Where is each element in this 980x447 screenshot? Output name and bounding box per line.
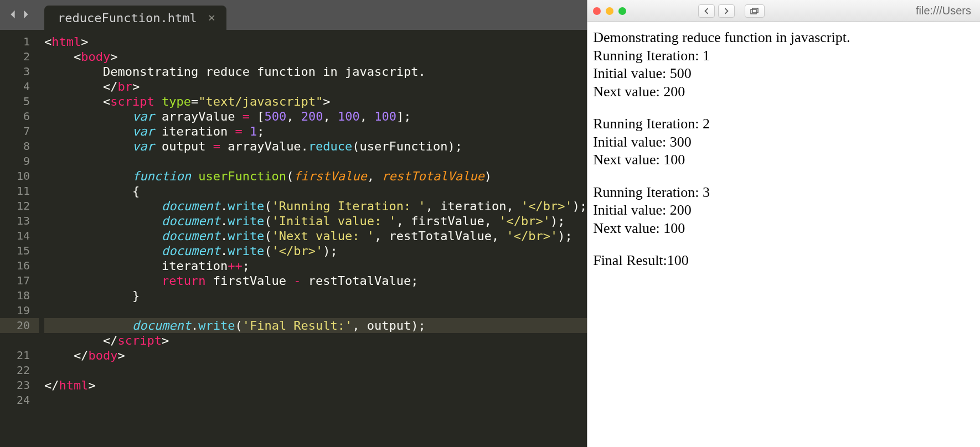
browser-back-button[interactable] xyxy=(698,4,715,18)
tab-title: reduceFunction.html xyxy=(58,11,197,25)
output-line: Initial value: 300 xyxy=(593,133,974,152)
editor-nav-arrows xyxy=(0,8,39,30)
code-area: 123456789101112131415161718192021222324 … xyxy=(0,30,587,447)
output-line: Next value: 200 xyxy=(593,83,974,101)
close-icon[interactable]: × xyxy=(208,12,215,24)
browser-tabs-button[interactable] xyxy=(745,4,765,18)
svg-rect-0 xyxy=(751,9,756,14)
output-heading: Demonstrating reduce function in javascr… xyxy=(593,29,974,47)
code-editor-pane: reduceFunction.html × 123456789101112131… xyxy=(0,0,587,447)
window-close-icon[interactable] xyxy=(593,7,601,15)
address-bar-fragment[interactable]: file:///Users xyxy=(770,4,974,17)
output-line: Running Iteration: 1 xyxy=(593,47,974,65)
output-line: Next value: 100 xyxy=(593,220,974,238)
browser-nav-buttons xyxy=(698,4,735,18)
browser-page-content: Demonstrating reduce function in javascr… xyxy=(587,22,980,447)
browser-forward-button[interactable] xyxy=(718,4,735,18)
window-minimize-icon[interactable] xyxy=(606,7,613,15)
code-content[interactable]: <html> <body> Demonstrating reduce funct… xyxy=(39,30,587,447)
output-line: Running Iteration: 3 xyxy=(593,184,974,202)
browser-pane: file:///Users Demonstrating reduce funct… xyxy=(587,0,980,447)
window-zoom-icon[interactable] xyxy=(618,7,626,15)
browser-toolbar: file:///Users xyxy=(587,0,980,22)
output-line: Initial value: 200 xyxy=(593,201,974,220)
nav-forward-icon[interactable] xyxy=(21,8,31,22)
output-line: Initial value: 500 xyxy=(593,65,974,83)
output-final: Final Result:100 xyxy=(593,252,974,270)
nav-back-icon[interactable] xyxy=(8,8,18,22)
editor-tab-bar: reduceFunction.html × xyxy=(0,0,587,30)
output-line: Next value: 100 xyxy=(593,151,974,169)
svg-rect-1 xyxy=(752,8,758,13)
line-number-gutter: 123456789101112131415161718192021222324 xyxy=(0,30,39,447)
window-controls xyxy=(593,7,626,15)
output-line: Running Iteration: 2 xyxy=(593,115,974,133)
editor-tab[interactable]: reduceFunction.html × xyxy=(44,6,226,30)
